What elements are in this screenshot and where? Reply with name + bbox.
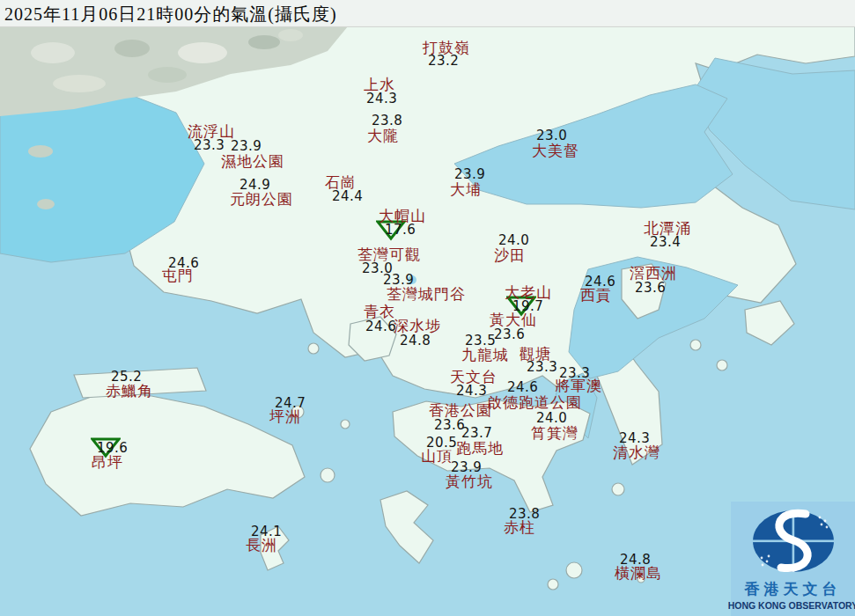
station-temp-value: 24.6 <box>365 320 396 334</box>
station-name-label: 西貢 <box>580 288 612 303</box>
hko-logo-chinese-name: 香港天文台 <box>745 579 842 599</box>
station-name-label: 九龍城 <box>461 348 509 363</box>
station-temp-value: 23.7 <box>461 427 492 440</box>
station-temp-value: 23.3 <box>559 367 590 380</box>
station-temp-value: 23.9 <box>451 461 482 474</box>
station-name-label: 沙田 <box>494 248 526 263</box>
station-name-label: 黃大仙 <box>490 312 537 327</box>
station-name-label: 橫瀾島 <box>615 566 662 581</box>
island-small <box>717 360 727 370</box>
station-temp-value: 19.7 <box>512 300 543 313</box>
station-temp-value: 24.0 <box>536 412 567 425</box>
station-name-label: 青衣 <box>364 304 395 319</box>
station-temp-value: 23.9 <box>231 140 262 153</box>
station-temp-value: 19.6 <box>97 442 128 455</box>
station-temp-value: 23.2 <box>428 55 459 68</box>
station-temp-value: 20.5 <box>426 436 457 450</box>
station-name-label: 赤柱 <box>504 520 535 535</box>
station-temp-value: 24.3 <box>456 385 487 398</box>
station-temp-value: 23.8 <box>509 508 540 521</box>
station-temp-value: 23.3 <box>194 139 225 152</box>
station-name-label: 昂坪 <box>92 455 123 470</box>
station-name-label: 清水灣 <box>613 445 660 460</box>
station-temp-value: 24.6 <box>507 381 538 394</box>
station-temp-value: 25.2 <box>111 370 142 384</box>
station-temp-value: 24.3 <box>366 92 397 106</box>
hko-s-ellipse-logo-icon <box>749 507 837 577</box>
page-title: 2025年11月06日21時00分的氣溫(攝氏度) <box>4 3 337 26</box>
station-temp-value: 24.9 <box>240 179 270 192</box>
hong-kong-map <box>0 0 855 616</box>
station-name-label: 深水埗 <box>394 319 441 334</box>
island-kau-yi-chau <box>341 420 350 429</box>
hko-logo-block: 香港天文台 HONG KONG OBSERVATORY <box>731 502 855 616</box>
deep-bay-islet <box>28 145 53 158</box>
island-tung-lung <box>612 483 624 495</box>
hko-logo-english-name: HONG KONG OBSERVATORY <box>728 600 855 611</box>
station-temp-value: 17.6 <box>385 224 416 237</box>
station-temp-value: 23.9 <box>454 168 485 181</box>
temperature-map-screen: 23.2打鼓嶺24.3上水23.3流浮山23.9濕地公園23.8大隴23.0大美… <box>0 0 855 616</box>
station-temp-value: 23.5 <box>465 334 496 348</box>
station-name-label: 滘西洲 <box>630 266 677 281</box>
station-name-label: 香港公園 <box>429 403 492 418</box>
station-name-label: 濕地公園 <box>221 154 284 169</box>
station-temp-value: 24.6 <box>585 275 615 289</box>
station-temp-value: 24.4 <box>332 190 363 203</box>
station-name-label: 坪洲 <box>269 409 301 424</box>
island-hei-ling-chau <box>321 468 335 482</box>
station-temp-value: 24.8 <box>620 554 651 567</box>
station-name-label: 跑馬地 <box>456 441 504 456</box>
station-name-label: 赤鱲角 <box>106 384 153 399</box>
station-temp-value: 24.7 <box>275 397 306 410</box>
station-name-label: 黃竹坑 <box>446 474 493 489</box>
island-po-toi <box>566 562 582 578</box>
station-name-label: 大隴 <box>367 128 399 143</box>
station-temp-value: 23.6 <box>494 328 525 341</box>
station-temp-value: 24.3 <box>619 432 650 445</box>
station-temp-value: 23.0 <box>536 129 567 143</box>
station-temp-value: 23.4 <box>650 236 681 249</box>
station-name-label: 啟德跑道公園 <box>487 395 582 410</box>
island-small <box>548 579 558 590</box>
station-name-label: 荃灣城門谷 <box>387 287 466 302</box>
station-temp-value: 24.6 <box>168 257 199 270</box>
station-name-label: 筲箕灣 <box>531 426 579 441</box>
station-name-label: 山頂 <box>421 449 453 464</box>
station-temp-value: 24.0 <box>498 234 529 247</box>
island-ma-wan <box>308 343 319 354</box>
station-temp-value: 23.9 <box>383 274 414 287</box>
title-bar: 2025年11月06日21時00分的氣溫(攝氏度) <box>0 0 855 27</box>
station-temp-value: 24.1 <box>251 525 282 539</box>
station-name-label: 大美督 <box>532 143 579 158</box>
station-name-label: 大埔 <box>450 182 482 197</box>
station-temp-value: 23.6 <box>635 282 666 295</box>
station-temp-value: 24.8 <box>400 334 431 348</box>
deep-bay-islet <box>37 199 55 209</box>
station-temp-value: 23.3 <box>527 361 557 374</box>
station-temp-value: 23.8 <box>372 114 402 128</box>
station-name-label: 長洲 <box>246 538 277 553</box>
station-name-label: 元朗公園 <box>230 192 293 207</box>
island-small <box>690 340 701 350</box>
